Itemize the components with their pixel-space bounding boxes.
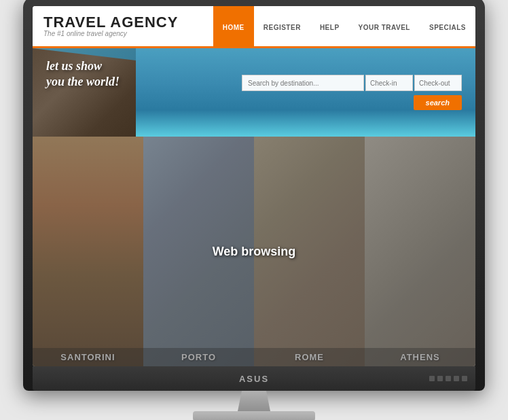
checkin-input[interactable] [365, 75, 413, 91]
destination-porto[interactable]: PORTO [143, 137, 254, 366]
nav-home[interactable]: HOME [213, 6, 254, 46]
site-header: TRAVEL AGENCY The #1 online travel agenc… [33, 6, 475, 48]
porto-overlay: PORTO [143, 348, 254, 366]
monitor-bottom-bar: ASUS [33, 366, 475, 391]
rome-label: ROME [258, 352, 361, 362]
search-button[interactable]: search [414, 95, 462, 110]
asus-logo: ASUS [239, 374, 269, 384]
hero-section: let us show you the world! search [33, 48, 475, 137]
nav-register[interactable]: REGISTER [254, 6, 310, 46]
search-inputs [242, 75, 462, 91]
monitor-btn-3[interactable] [446, 376, 451, 381]
logo-subtitle: The #1 online travel agency [43, 30, 178, 37]
santorini-label: SANTORINI [37, 352, 139, 362]
athens-overlay: ATHENS [365, 348, 475, 366]
stand-base [193, 411, 315, 420]
monitor-btn-1[interactable] [429, 376, 435, 381]
destination-rome[interactable]: ROME [254, 137, 365, 366]
porto-label: PORTO [147, 352, 250, 362]
santorini-overlay: SANTORINI [33, 348, 143, 366]
monitor-btn-5[interactable] [462, 376, 467, 381]
logo-area: TRAVEL AGENCY The #1 online travel agenc… [33, 6, 189, 46]
website: TRAVEL AGENCY The #1 online travel agenc… [33, 6, 475, 366]
logo-title: TRAVEL AGENCY [43, 15, 178, 30]
destinations-row: SANTORINI PORTO ROME [33, 137, 475, 366]
destination-athens[interactable]: ATHENS [365, 137, 475, 366]
monitor-btn-4[interactable] [454, 376, 459, 381]
screen: TRAVEL AGENCY The #1 online travel agenc… [33, 6, 475, 366]
rome-overlay: ROME [254, 348, 365, 366]
nav-bar: HOME REGISTER HELP YOUR TRAVEL SPECIALS [213, 6, 475, 46]
stand-neck [234, 391, 274, 411]
search-bar: search [242, 75, 462, 110]
checkout-input[interactable] [414, 75, 462, 91]
monitor-buttons [429, 376, 467, 381]
nav-help[interactable]: HELP [310, 6, 349, 46]
monitor: Login TRAVEL AGENCY The #1 online travel… [23, 0, 485, 391]
destination-santorini[interactable]: SANTORINI [33, 137, 143, 366]
nav-your-travel[interactable]: YOUR TRAVEL [349, 6, 420, 46]
athens-label: ATHENS [369, 352, 471, 362]
monitor-btn-2[interactable] [437, 376, 443, 381]
search-destination-input[interactable] [242, 75, 364, 91]
hero-headline: let us show you the world! [46, 58, 120, 90]
nav-specials[interactable]: SPECIALS [420, 6, 475, 46]
monitor-stand [193, 391, 315, 420]
